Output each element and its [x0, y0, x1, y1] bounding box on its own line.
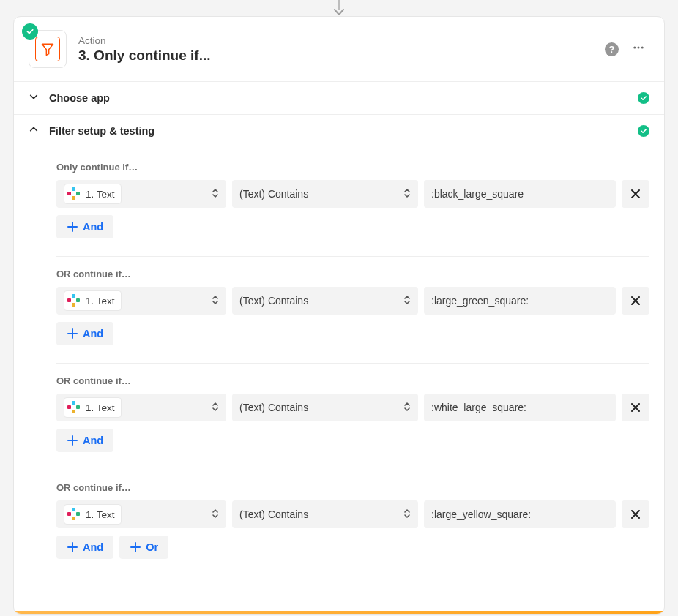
remove-condition-button[interactable] [622, 180, 649, 208]
group-label: OR continue if… [56, 482, 649, 493]
remove-condition-button[interactable] [622, 500, 649, 528]
value-input[interactable]: :large_green_square: [424, 287, 616, 315]
section-complete-icon [638, 125, 649, 137]
condition-row: 1. Text (Text) Contains :large_yellow_sq… [56, 500, 649, 528]
remove-condition-button[interactable] [622, 394, 649, 421]
plus-icon [67, 435, 78, 446]
operator-select[interactable]: (Text) Contains [232, 180, 418, 208]
help-icon[interactable]: ? [605, 42, 619, 56]
button-label: And [83, 541, 103, 553]
select-arrows-icon [403, 401, 411, 415]
value-input[interactable]: :white_large_square: [424, 394, 616, 421]
condition-row: 1. Text (Text) Contains :white_large_squ… [56, 394, 649, 421]
add-or-button[interactable]: Or [119, 536, 168, 559]
condition-row: 1. Text (Text) Contains :large_green_squ… [56, 287, 649, 315]
card-header: Action 3. Only continue if... ? [14, 17, 664, 81]
field-text: 1. Text [86, 402, 115, 413]
field-select[interactable]: 1. Text [56, 500, 226, 528]
close-icon [630, 295, 641, 307]
condition-row: 1. Text (Text) Contains :black_large_squ… [56, 180, 649, 208]
group-label: Only continue if… [56, 162, 649, 173]
button-label: Or [146, 541, 158, 553]
select-arrows-icon [212, 187, 219, 201]
close-icon [630, 188, 641, 200]
remove-condition-button[interactable] [622, 287, 649, 315]
divider [56, 363, 649, 364]
select-arrows-icon [403, 508, 411, 522]
section-choose-app[interactable]: Choose app [14, 81, 664, 114]
plus-icon [67, 328, 78, 339]
close-icon [630, 508, 641, 520]
button-label: And [83, 221, 103, 233]
svg-point-0 [633, 47, 636, 49]
connector-arrow [334, 0, 344, 16]
slack-icon [67, 507, 81, 522]
field-select[interactable]: 1. Text [56, 287, 226, 315]
add-and-button[interactable]: And [56, 536, 113, 559]
check-badge-icon [22, 23, 38, 40]
filter-step-card: Action 3. Only continue if... ? Choose a… [13, 16, 665, 615]
button-label: And [83, 328, 103, 339]
plus-icon [67, 221, 78, 233]
more-menu-icon[interactable] [629, 38, 648, 60]
select-arrows-icon [403, 187, 411, 201]
operator-text: (Text) Contains [239, 508, 308, 520]
slack-icon [67, 293, 81, 308]
close-icon [630, 402, 641, 413]
field-text: 1. Text [86, 189, 115, 200]
section-filter-setup[interactable]: Filter setup & testing [14, 114, 664, 147]
group-label: OR continue if… [56, 268, 649, 279]
add-and-button[interactable]: And [56, 429, 113, 452]
section-complete-icon [638, 92, 649, 104]
add-and-button[interactable]: And [56, 215, 113, 238]
chevron-down-icon [29, 91, 39, 105]
step-title: 3. Only continue if... [78, 48, 593, 64]
select-arrows-icon [403, 294, 411, 308]
select-arrows-icon [212, 401, 219, 415]
select-arrows-icon [212, 294, 219, 308]
divider [56, 470, 649, 470]
value-input[interactable]: :black_large_square [424, 180, 616, 208]
field-select[interactable]: 1. Text [56, 180, 226, 208]
operator-text: (Text) Contains [239, 295, 308, 307]
value-text: :black_large_square [431, 188, 524, 200]
step-type-label: Action [78, 35, 593, 46]
button-label: And [83, 435, 103, 446]
svg-point-2 [641, 47, 644, 49]
svg-point-1 [638, 47, 640, 49]
operator-select[interactable]: (Text) Contains [232, 287, 418, 315]
section-label: Filter setup & testing [49, 125, 627, 137]
section-label: Choose app [49, 92, 627, 104]
plus-icon [67, 541, 78, 553]
divider [56, 256, 649, 257]
value-text: :large_green_square: [431, 295, 529, 307]
value-text: :large_yellow_square: [431, 508, 531, 520]
app-icon-container [29, 30, 67, 68]
value-input[interactable]: :large_yellow_square: [424, 500, 616, 528]
add-and-button[interactable]: And [56, 322, 113, 345]
slack-icon [67, 187, 81, 201]
operator-text: (Text) Contains [239, 402, 308, 413]
field-text: 1. Text [86, 509, 115, 520]
select-arrows-icon [212, 508, 219, 522]
filter-icon [35, 37, 60, 61]
operator-select[interactable]: (Text) Contains [232, 394, 418, 421]
chevron-up-icon [29, 124, 39, 138]
plus-icon [130, 541, 141, 553]
filter-body: Only continue if… 1. Text (Text) Contain… [14, 147, 664, 559]
operator-text: (Text) Contains [239, 188, 308, 200]
value-text: :white_large_square: [431, 402, 526, 413]
group-label: OR continue if… [56, 375, 649, 386]
field-select[interactable]: 1. Text [56, 394, 226, 421]
bottom-accent-bar [14, 611, 664, 614]
slack-icon [67, 400, 81, 415]
field-text: 1. Text [86, 296, 115, 307]
operator-select[interactable]: (Text) Contains [232, 500, 418, 528]
